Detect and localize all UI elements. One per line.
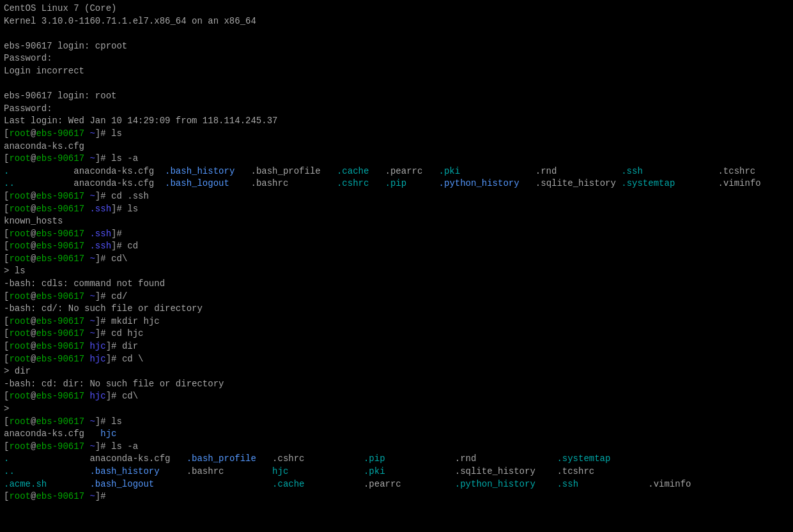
- continuation-ls: > ls: [4, 265, 789, 278]
- terminal[interactable]: CentOS Linux 7 (Core) Kernel 3.10.0-1160…: [4, 3, 789, 503]
- ls-a-row2: .. anaconda-ks.cfg .bash_logout .bashrc …: [4, 178, 789, 190]
- prompt-cd-back: [root@ebs-90617 .ssh]# cd: [4, 240, 789, 253]
- blank-line1: [4, 27, 789, 40]
- login-attempt1: ebs-90617 login: cproot: [4, 40, 789, 53]
- prompt-ls: [root@ebs-90617 ~]# ls: [4, 128, 789, 141]
- prompt-cd-hjc: [root@ebs-90617 ~]# cd hjc: [4, 328, 789, 340]
- blank-line2: [4, 78, 789, 91]
- prompt-cd-backslash-hjc2: [root@ebs-90617 hjc]# cd\: [4, 390, 789, 403]
- login-attempt2: ebs-90617 login: root: [4, 90, 789, 103]
- prompt-ls-ssh: [root@ebs-90617 .ssh]# ls: [4, 203, 789, 216]
- password-prompt2: Password:: [4, 103, 789, 116]
- continuation-empty: >: [4, 403, 789, 416]
- prompt-cd-backslash: [root@ebs-90617 ~]# cd\: [4, 253, 789, 266]
- prompt-cd-backslash-hjc: [root@ebs-90617 hjc]# cd \: [4, 353, 789, 366]
- login-incorrect: Login incorrect: [4, 65, 789, 78]
- os-info-line1: CentOS Linux 7 (Core): [4, 3, 789, 15]
- last-login: Last login: Wed Jan 10 14:29:09 from 118…: [4, 115, 789, 128]
- prompt-ls2: [root@ebs-90617 ~]# ls: [4, 416, 789, 429]
- continuation-dir: > dir: [4, 365, 789, 378]
- ls-a2-row2: .. .bash_history .bashrc hjc .pki .sqlit…: [4, 466, 789, 478]
- password-prompt1: Password:: [4, 52, 789, 65]
- prompt-ls-a: [root@ebs-90617 ~]# ls -a: [4, 153, 789, 165]
- ls2-output: anaconda-ks.cfg hjc: [4, 428, 789, 441]
- prompt-ls-a2: [root@ebs-90617 ~]# ls -a: [4, 441, 789, 453]
- prompt-cd-ssh: [root@ebs-90617 ~]# cd .ssh: [4, 190, 789, 203]
- os-info-line2: Kernel 3.10.0-1160.71.1.el7.x86_64 on an…: [4, 15, 789, 28]
- cd-dir-error: -bash: cd: dir: No such file or director…: [4, 378, 789, 391]
- prompt-final[interactable]: [root@ebs-90617 ~]#: [4, 490, 789, 503]
- ssh-ls-output: known_hosts: [4, 215, 789, 228]
- cdls-error: -bash: cdls: command not found: [4, 278, 789, 291]
- ls-a2-row3: .acme.sh .bash_logout .cache .pearrc .py…: [4, 478, 789, 491]
- ls-a-row1: . anaconda-ks.cfg .bash_history .bash_pr…: [4, 165, 789, 178]
- prompt-ssh-empty: [root@ebs-90617 .ssh]#: [4, 228, 789, 241]
- ls-a2-row1: . anaconda-ks.cfg .bash_profile .cshrc .…: [4, 453, 789, 466]
- prompt-cd-slash: [root@ebs-90617 ~]# cd/: [4, 291, 789, 303]
- prompt-mkdir: [root@ebs-90617 ~]# mkdir hjc: [4, 315, 789, 328]
- ls-output: anaconda-ks.cfg: [4, 141, 789, 153]
- prompt-dir-hjc: [root@ebs-90617 hjc]# dir: [4, 340, 789, 353]
- cd-slash-error: -bash: cd/: No such file or directory: [4, 303, 789, 315]
